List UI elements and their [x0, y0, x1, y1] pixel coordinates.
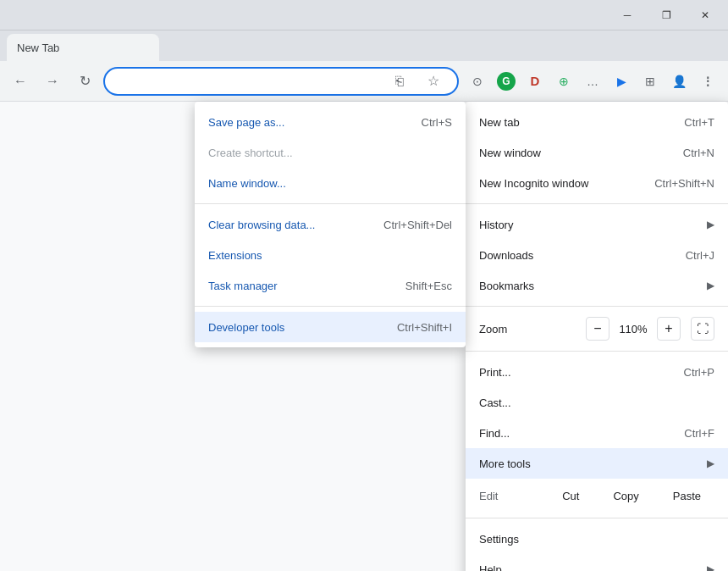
title-bar-controls: ─ ❐ ✕: [608, 2, 725, 29]
sub-menu-item-save-page[interactable]: Save page as... Ctrl+S: [195, 107, 466, 137]
menu-item-print[interactable]: Print... Ctrl+P: [466, 357, 728, 387]
active-tab[interactable]: New Tab: [7, 34, 159, 61]
address-bar[interactable]: ⎗ ☆: [103, 67, 459, 96]
menu-item-cast[interactable]: Cast...: [466, 387, 728, 418]
zoom-value: 110%: [616, 323, 650, 335]
sub-menu-item-create-shortcut[interactable]: Create shortcut...: [195, 137, 466, 168]
more-extensions-icon[interactable]: …: [579, 68, 606, 95]
bookmark-icon[interactable]: ☆: [420, 68, 447, 95]
menu-item-new-window[interactable]: New window Ctrl+N: [466, 137, 728, 168]
edit-label: Edit: [479, 490, 542, 502]
toolbar: ← → ↻ ⎗ ☆ ⊙ G D ⊕ … ▶ ⊞ 👤 ⋮: [0, 61, 728, 102]
menu-item-history[interactable]: History ▶: [466, 209, 728, 240]
share-icon[interactable]: ⎗: [386, 68, 413, 95]
sub-menu-item-clear-data[interactable]: Clear browsing data... Ctrl+Shift+Del: [195, 209, 466, 240]
title-bar: ─ ❐ ✕: [0, 0, 728, 30]
shield-extension-icon[interactable]: ⊕: [550, 68, 577, 95]
extensions-puzzle-icon[interactable]: ⊞: [637, 68, 664, 95]
grammarly-g-icon: G: [497, 72, 516, 91]
menu-item-incognito[interactable]: New Incognito window Ctrl+Shift+N: [466, 168, 728, 198]
close-button[interactable]: ✕: [686, 2, 725, 29]
edit-row: Edit Cut Copy Paste: [466, 479, 728, 513]
zoom-fullscreen-button[interactable]: ⛶: [691, 317, 714, 341]
cut-button[interactable]: Cut: [549, 485, 593, 507]
menu-item-bookmarks[interactable]: Bookmarks ▶: [466, 270, 728, 301]
restore-button[interactable]: ❐: [647, 2, 686, 29]
menu-divider-2: [466, 306, 728, 307]
sub-menu-divider-1: [195, 203, 466, 204]
menu-divider-3: [466, 351, 728, 352]
db-extension-icon[interactable]: D: [521, 68, 549, 95]
account-icon[interactable]: 👤: [665, 68, 692, 95]
forward-button[interactable]: →: [39, 68, 66, 95]
menu-divider-1: [466, 203, 728, 204]
menu-item-new-tab[interactable]: New tab Ctrl+T: [466, 107, 728, 137]
paste-button[interactable]: Paste: [659, 485, 714, 507]
sub-menu-divider-2: [195, 306, 466, 307]
menu-divider-4: [466, 518, 728, 518]
zoom-controls: − 110% + ⛶: [586, 317, 714, 341]
back-button[interactable]: ←: [7, 68, 34, 95]
minimize-button[interactable]: ─: [608, 2, 647, 29]
chrome-menu: New tab Ctrl+T New window Ctrl+N New Inc…: [466, 102, 728, 571]
zoom-minus-button[interactable]: −: [586, 317, 609, 341]
copy-button[interactable]: Copy: [599, 485, 652, 507]
menu-item-downloads[interactable]: Downloads Ctrl+J: [466, 240, 728, 270]
menu-item-settings[interactable]: Settings: [466, 524, 728, 554]
sub-menu-item-extensions[interactable]: Extensions: [195, 240, 466, 270]
menu-item-help[interactable]: Help ▶: [466, 554, 728, 571]
more-tools-menu: Save page as... Ctrl+S Create shortcut..…: [195, 102, 466, 347]
address-input[interactable]: [115, 75, 379, 88]
menu-item-more-tools[interactable]: More tools ▶: [466, 448, 728, 479]
sub-menu-item-task-manager[interactable]: Task manager Shift+Esc: [195, 270, 466, 301]
grammarly-icon[interactable]: G: [493, 68, 520, 95]
zoom-row: − Zoom − 110% + ⛶: [466, 312, 728, 346]
reload-button[interactable]: ↻: [71, 68, 98, 95]
sub-menu-item-name-window[interactable]: Name window...: [195, 168, 466, 198]
chrome-menu-button[interactable]: ⋮: [694, 68, 721, 95]
zoom-plus-button[interactable]: +: [657, 317, 681, 341]
pocket-icon[interactable]: ⊙: [464, 68, 491, 95]
zoom-label: Zoom: [479, 323, 586, 335]
tab-bar: New Tab: [0, 30, 728, 61]
menu-item-find[interactable]: Find... Ctrl+F: [466, 418, 728, 448]
extension-icons: ⊙ G D ⊕ … ▶ ⊞ 👤 ⋮: [464, 68, 721, 95]
sub-menu-item-dev-tools[interactable]: Developer tools Ctrl+Shift+I: [195, 312, 466, 342]
tab-label: New Tab: [17, 42, 59, 54]
media-icon[interactable]: ▶: [608, 68, 635, 95]
